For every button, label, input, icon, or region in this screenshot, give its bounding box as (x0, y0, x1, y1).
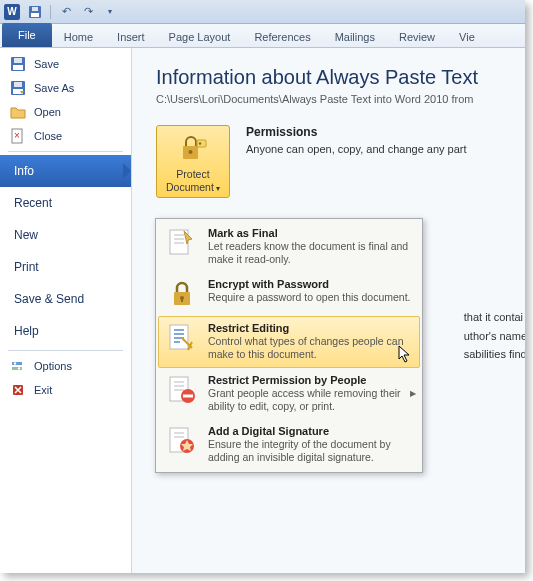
sidebar-item-label: Save As (34, 82, 74, 94)
menu-item-desc: Control what types of changes people can… (208, 335, 412, 361)
menu-item-title: Mark as Final (208, 227, 412, 239)
menu-item-desc: Ensure the integrity of the document by … (208, 438, 412, 464)
tab-references[interactable]: References (242, 27, 322, 47)
sidebar-item-label: Print (14, 260, 39, 274)
qat-undo-button[interactable]: ↶ (57, 3, 75, 21)
protect-document-button[interactable]: Protect Document (156, 125, 230, 198)
sidebar-exit[interactable]: Exit (0, 378, 131, 402)
permissions-heading: Permissions (246, 125, 467, 139)
tab-home[interactable]: Home (52, 27, 105, 47)
options-icon (10, 358, 26, 374)
restrict-editing-icon (166, 322, 198, 354)
qat-redo-button[interactable]: ↷ (79, 3, 97, 21)
lock-shield-icon (177, 132, 209, 164)
sidebar-save-send[interactable]: Save & Send (0, 283, 131, 315)
sidebar-print[interactable]: Print (0, 251, 131, 283)
sidebar-item-label: Close (34, 130, 62, 142)
protect-document-label: Protect Document (161, 168, 225, 193)
sidebar-item-label: Options (34, 360, 72, 372)
menu-item-title: Restrict Editing (208, 322, 412, 334)
sidebar-item-label: Help (14, 324, 39, 338)
close-icon: × (10, 128, 26, 144)
title-bar: W ↶ ↷ ▾ (0, 0, 525, 24)
signature-icon (166, 425, 198, 457)
tab-page-layout[interactable]: Page Layout (157, 27, 243, 47)
open-icon (10, 104, 26, 120)
save-icon (10, 56, 26, 72)
menu-restrict-editing[interactable]: Restrict EditingControl what types of ch… (158, 316, 420, 367)
svg-rect-11 (12, 362, 22, 365)
sidebar-item-label: Save & Send (14, 292, 84, 306)
partial-text: that it contai uthor's name sabilities f… (464, 308, 525, 364)
sidebar-save-as[interactable]: Save As (0, 76, 131, 100)
menu-digital-signature[interactable]: Add a Digital SignatureEnsure the integr… (158, 419, 420, 470)
menu-item-title: Add a Digital Signature (208, 425, 412, 437)
word-app-icon: W (4, 4, 20, 20)
menu-mark-as-final[interactable]: Mark as FinalLet readers know the docume… (158, 221, 420, 272)
svg-rect-23 (181, 298, 183, 302)
sidebar-item-label: Info (14, 164, 34, 178)
svg-rect-1 (31, 13, 39, 17)
tab-view[interactable]: Vie (447, 27, 487, 47)
svg-point-19 (199, 142, 202, 145)
svg-rect-5 (14, 58, 22, 63)
menu-item-title: Encrypt with Password (208, 278, 412, 290)
permissions-body: Anyone can open, copy, and change any pa… (246, 143, 467, 155)
svg-point-13 (14, 362, 16, 364)
sidebar-save[interactable]: Save (0, 52, 131, 76)
menu-item-desc: Grant people access while removing their… (208, 387, 412, 413)
tab-mailings[interactable]: Mailings (323, 27, 387, 47)
svg-rect-24 (170, 325, 188, 349)
sidebar-item-label: Open (34, 106, 61, 118)
menu-encrypt-password[interactable]: Encrypt with PasswordRequire a password … (158, 272, 420, 316)
svg-rect-12 (12, 367, 22, 370)
svg-rect-18 (197, 140, 206, 147)
encrypt-icon (166, 278, 198, 310)
file-tab[interactable]: File (2, 23, 52, 47)
svg-rect-8 (14, 82, 22, 87)
restrict-people-icon (166, 374, 198, 406)
sidebar-new[interactable]: New (0, 219, 131, 251)
tab-insert[interactable]: Insert (105, 27, 157, 47)
tab-review[interactable]: Review (387, 27, 447, 47)
svg-point-17 (189, 150, 193, 154)
sidebar-info[interactable]: Info (0, 155, 131, 187)
ribbon-tabs: File Home Insert Page Layout References … (0, 24, 525, 48)
save-as-icon (10, 80, 26, 96)
submenu-arrow-icon: ▶ (410, 389, 416, 398)
sidebar-options[interactable]: Options (0, 354, 131, 378)
sidebar-item-label: Save (34, 58, 59, 70)
mark-final-icon (166, 227, 198, 259)
menu-item-desc: Require a password to open this document… (208, 291, 412, 304)
svg-rect-2 (32, 7, 38, 11)
menu-item-desc: Let readers know the document is final a… (208, 240, 412, 266)
qat-customize-button[interactable]: ▾ (101, 3, 119, 21)
svg-rect-27 (183, 394, 193, 397)
qat-save-button[interactable] (26, 3, 44, 21)
exit-icon (10, 382, 26, 398)
svg-point-14 (18, 367, 20, 369)
document-title: Information about Always Paste Text (156, 66, 525, 89)
sidebar-open[interactable]: Open (0, 100, 131, 124)
backstage-sidebar: Save Save As Open × Close Info Recent Ne… (0, 48, 132, 573)
menu-item-title: Restrict Permission by People (208, 374, 412, 386)
sidebar-help[interactable]: Help (0, 315, 131, 347)
document-path: C:\Users\Lori\Documents\Always Paste Tex… (156, 93, 525, 105)
menu-restrict-by-people[interactable]: Restrict Permission by PeopleGrant peopl… (158, 368, 420, 419)
sidebar-recent[interactable]: Recent (0, 187, 131, 219)
sidebar-item-label: Recent (14, 196, 52, 210)
protect-document-menu: Mark as FinalLet readers know the docume… (155, 218, 423, 473)
sidebar-close[interactable]: × Close (0, 124, 131, 148)
sidebar-item-label: Exit (34, 384, 52, 396)
svg-text:×: × (14, 130, 20, 141)
sidebar-item-label: New (14, 228, 38, 242)
svg-rect-4 (13, 65, 23, 70)
